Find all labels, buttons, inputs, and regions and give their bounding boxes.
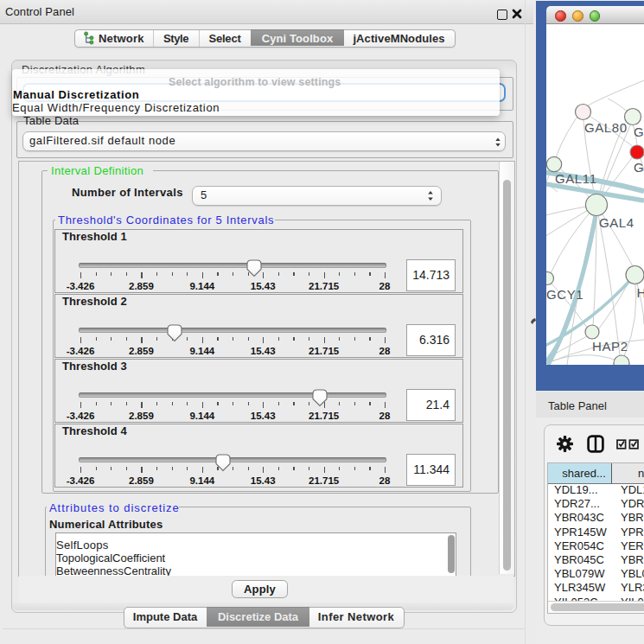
svg-text:GA: GA — [634, 124, 644, 139]
svg-text:G: G — [634, 160, 644, 175]
svg-text:HAP2: HAP2 — [592, 339, 628, 354]
svg-text:GCY1: GCY1 — [546, 287, 583, 302]
svg-text:H: H — [637, 285, 644, 300]
svg-text:GAL4: GAL4 — [599, 215, 634, 230]
svg-text:GAL11: GAL11 — [555, 171, 597, 186]
svg-text:GAL80: GAL80 — [584, 120, 628, 135]
